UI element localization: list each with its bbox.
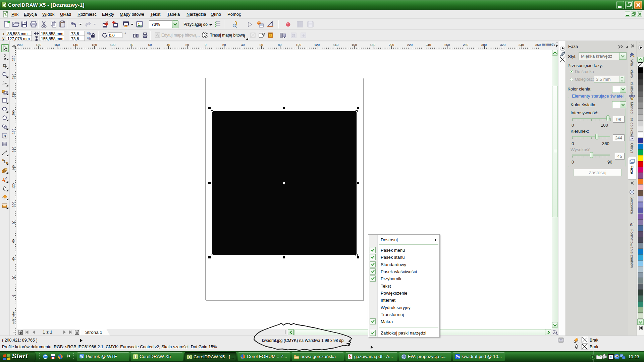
svg-text:Ps: Ps [456,355,460,359]
svg-text:8: 8 [610,355,611,359]
svg-text:W: W [80,355,84,358]
svg-text:A: A [349,356,351,359]
svg-text:A: A [3,133,7,138]
svg-text:A: A [630,222,633,227]
